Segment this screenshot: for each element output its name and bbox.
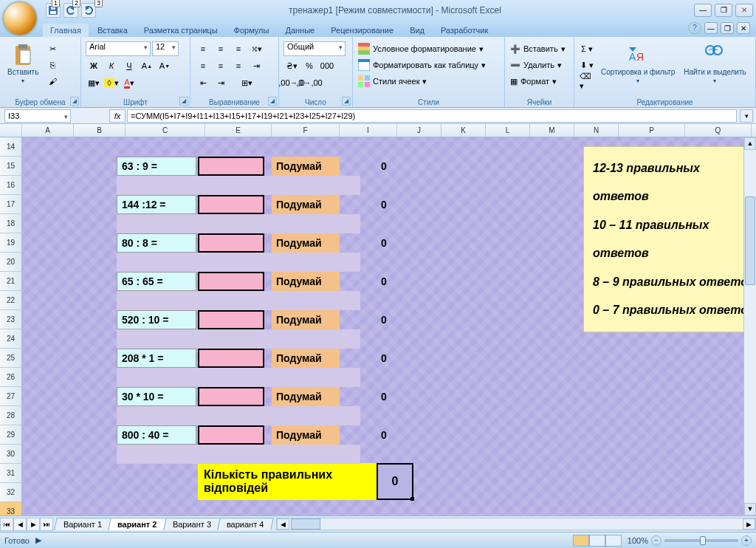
row-header-20[interactable]: 20: [0, 253, 22, 272]
row-header-25[interactable]: 25: [0, 349, 22, 368]
hscroll-thumb[interactable]: [291, 518, 320, 530]
row-header-19[interactable]: 19: [0, 233, 22, 253]
name-box[interactable]: I33: [4, 109, 71, 123]
col-header-N[interactable]: N: [574, 124, 619, 137]
sheet-nav-prev[interactable]: ◀: [13, 518, 27, 531]
tab-developer[interactable]: Разработчик: [433, 24, 495, 37]
answer-input[interactable]: [198, 387, 264, 406]
bold-button[interactable]: Ж: [86, 58, 102, 73]
fill-color-button[interactable]: ◊▾: [103, 75, 120, 90]
hscroll-right[interactable]: ▶: [743, 518, 755, 530]
row-header-21[interactable]: 21: [0, 272, 22, 291]
worksheet-grid[interactable]: 1415161718192021222324252627282930313233…: [0, 137, 756, 516]
clipboard-launcher[interactable]: ◢: [70, 97, 79, 106]
comma-format[interactable]: 000: [319, 58, 335, 73]
sheet-tab[interactable]: Вариант 1: [54, 518, 111, 530]
insert-cells[interactable]: ➕Вставить ▾: [509, 41, 569, 56]
zoom-value[interactable]: 100%: [628, 536, 648, 545]
col-header-F[interactable]: F: [272, 124, 340, 137]
close-button[interactable]: ✕: [735, 4, 753, 17]
tab-view[interactable]: Вид: [402, 24, 432, 37]
formula-expand[interactable]: ▾: [740, 109, 753, 123]
col-header-P[interactable]: P: [619, 124, 685, 137]
row-header-27[interactable]: 27: [0, 387, 22, 406]
conditional-formatting[interactable]: Условное форматирование ▾: [357, 41, 500, 56]
shrink-font-button[interactable]: A▼: [157, 58, 173, 73]
qat-redo[interactable]: [81, 3, 96, 18]
clear-button[interactable]: ⌫ ▾: [579, 74, 595, 89]
underline-button[interactable]: Ч: [121, 58, 137, 73]
zoom-out[interactable]: −: [651, 535, 662, 546]
ribbon-close[interactable]: ✕: [737, 22, 750, 34]
tab-review[interactable]: Рецензирование: [323, 24, 401, 37]
align-top[interactable]: ≡: [195, 41, 211, 56]
view-page-break[interactable]: [605, 535, 622, 547]
answer-input[interactable]: [198, 272, 264, 291]
zoom-in[interactable]: +: [741, 535, 752, 546]
align-middle[interactable]: ≡: [213, 41, 229, 56]
row-header-29[interactable]: 29: [0, 425, 22, 445]
find-select-button[interactable]: Найти и выделить▾: [681, 41, 749, 86]
scroll-down[interactable]: ▼: [744, 503, 756, 516]
row-header-31[interactable]: 31: [0, 464, 22, 483]
ribbon-restore[interactable]: ❐: [721, 22, 734, 34]
row-header-32[interactable]: 32: [0, 483, 22, 502]
col-header-C[interactable]: C: [126, 124, 205, 137]
number-launcher[interactable]: ◢: [342, 97, 351, 106]
tab-formulas[interactable]: Формулы: [227, 24, 277, 37]
minimize-button[interactable]: —: [694, 4, 712, 17]
decrease-indent[interactable]: ⇤: [195, 75, 211, 90]
font-launcher[interactable]: ◢: [179, 97, 188, 106]
borders-button[interactable]: ▦▾: [86, 75, 102, 90]
answer-input[interactable]: [198, 233, 264, 253]
row-header-30[interactable]: 30: [0, 445, 22, 464]
hscroll-left[interactable]: ◀: [277, 518, 289, 530]
font-name-combo[interactable]: Arial: [86, 41, 151, 56]
formula-input[interactable]: =СУММ(I5+I7+I9+I11+I13+I15+I17+I19+I21+I…: [127, 109, 737, 123]
horizontal-scrollbar[interactable]: ◀ ▶: [276, 518, 756, 530]
col-header-M[interactable]: M: [530, 124, 574, 137]
align-right[interactable]: ≡: [230, 58, 247, 73]
maximize-button[interactable]: ❐: [715, 4, 732, 17]
copy-button[interactable]: ⎘: [44, 58, 61, 72]
autosum-button[interactable]: Σ ▾: [579, 41, 595, 56]
tab-insert[interactable]: Вставка: [90, 24, 135, 37]
sheet-tab[interactable]: вариант 4: [217, 518, 273, 530]
sheet-nav-last[interactable]: ⏭: [40, 518, 53, 531]
view-normal[interactable]: [573, 535, 589, 547]
align-center[interactable]: ≡: [213, 58, 229, 73]
help-button[interactable]: ?: [688, 22, 701, 34]
grid-cells[interactable]: 12-13 правильных ответов 10 – 11 правиль…: [22, 137, 756, 516]
wrap-text[interactable]: ⇥: [248, 58, 264, 73]
office-button[interactable]: [3, 1, 37, 35]
paste-button[interactable]: Вставить▾: [4, 41, 41, 86]
format-cells[interactable]: ▦Формат ▾: [509, 74, 569, 89]
zoom-slider[interactable]: [664, 539, 738, 542]
sheet-tab[interactable]: вариант 2: [108, 518, 166, 530]
answer-input[interactable]: [198, 157, 264, 176]
col-header-A[interactable]: A: [22, 124, 74, 137]
col-header-L[interactable]: L: [486, 124, 530, 137]
col-header-J[interactable]: J: [397, 124, 441, 137]
format-painter-button[interactable]: 🖌: [44, 74, 61, 89]
tab-data[interactable]: Данные: [278, 24, 322, 37]
view-page-layout[interactable]: [589, 535, 605, 547]
alignment-launcher[interactable]: ◢: [268, 97, 277, 106]
cut-button[interactable]: ✂: [44, 41, 61, 56]
row-header-18[interactable]: 18: [0, 214, 22, 233]
answer-input[interactable]: [198, 349, 264, 368]
vertical-scrollbar[interactable]: ▲ ▼: [743, 137, 756, 516]
percent-format[interactable]: %: [301, 58, 317, 73]
tab-page-layout[interactable]: Разметка страницы: [137, 24, 225, 37]
align-left[interactable]: ≡: [195, 58, 211, 73]
sheet-nav-next[interactable]: ▶: [27, 518, 40, 531]
merge-center[interactable]: ⊞▾: [230, 75, 263, 90]
format-as-table[interactable]: Форматировать как таблицу ▾: [357, 58, 500, 72]
answer-input[interactable]: [198, 310, 264, 329]
accounting-format[interactable]: ₴▾: [284, 58, 300, 73]
row-header-16[interactable]: 16: [0, 176, 22, 195]
col-header-K[interactable]: K: [441, 124, 486, 137]
scroll-thumb[interactable]: [745, 196, 755, 285]
align-bottom[interactable]: ≡: [230, 41, 247, 56]
col-header-Q[interactable]: Q: [685, 124, 752, 137]
